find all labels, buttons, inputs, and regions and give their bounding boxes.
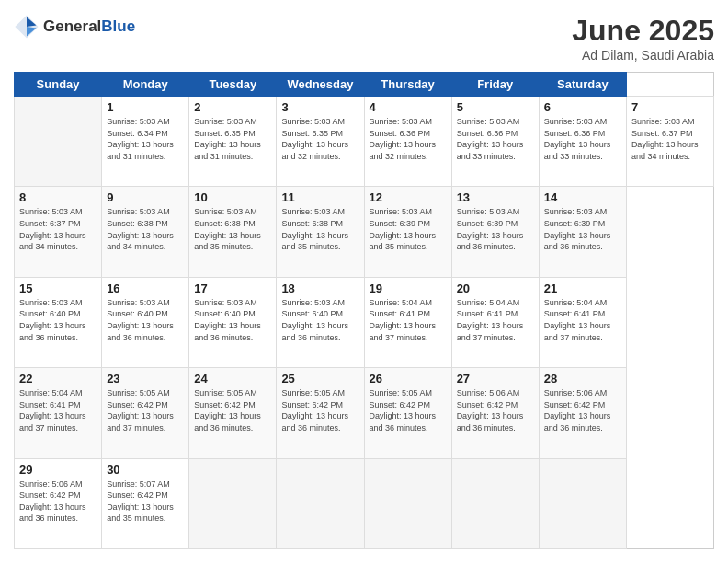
calendar-cell: 4Sunrise: 5:03 AM Sunset: 6:36 PM Daylig… — [364, 97, 451, 187]
calendar-cell: 9Sunrise: 5:03 AM Sunset: 6:38 PM Daylig… — [102, 187, 189, 277]
calendar-cell: 23Sunrise: 5:05 AM Sunset: 6:42 PM Dayli… — [102, 368, 189, 458]
title-section: June 2025 Ad Dilam, Saudi Arabia — [572, 14, 714, 63]
day-number: 24 — [194, 372, 271, 385]
calendar-cell — [189, 458, 277, 548]
day-info: Sunrise: 5:03 AM Sunset: 6:37 PM Dayligh… — [19, 206, 97, 252]
day-info: Sunrise: 5:03 AM Sunset: 6:39 PM Dayligh… — [370, 206, 447, 252]
day-info: Sunrise: 5:03 AM Sunset: 6:39 PM Dayligh… — [544, 206, 621, 252]
day-info: Sunrise: 5:03 AM Sunset: 6:40 PM Dayligh… — [19, 297, 97, 343]
calendar-cell: 11Sunrise: 5:03 AM Sunset: 6:38 PM Dayli… — [277, 187, 364, 277]
day-info: Sunrise: 5:03 AM Sunset: 6:35 PM Dayligh… — [281, 116, 358, 162]
logo-icon — [14, 14, 40, 40]
calendar-cell: 21Sunrise: 5:04 AM Sunset: 6:41 PM Dayli… — [539, 277, 626, 367]
logo: GeneralBlue — [14, 14, 135, 40]
svg-marker-2 — [27, 27, 37, 37]
day-number: 23 — [107, 372, 184, 385]
day-number: 30 — [107, 463, 184, 477]
day-number: 7 — [631, 100, 709, 114]
day-info: Sunrise: 5:03 AM Sunset: 6:37 PM Dayligh… — [631, 116, 709, 162]
day-number: 2 — [194, 100, 271, 114]
calendar-cell: 30Sunrise: 5:07 AM Sunset: 6:42 PM Dayli… — [102, 458, 189, 548]
day-number: 22 — [19, 372, 97, 385]
calendar-week-4: 22Sunrise: 5:04 AM Sunset: 6:41 PM Dayli… — [15, 368, 714, 458]
day-number: 12 — [370, 190, 447, 204]
day-number: 20 — [457, 282, 534, 295]
calendar-week-3: 15Sunrise: 5:03 AM Sunset: 6:40 PM Dayli… — [15, 277, 714, 367]
day-number: 13 — [457, 190, 534, 204]
col-header-monday: Monday — [102, 73, 189, 97]
calendar-cell: 15Sunrise: 5:03 AM Sunset: 6:40 PM Dayli… — [15, 277, 102, 367]
day-number: 9 — [107, 190, 184, 204]
day-number: 5 — [457, 100, 534, 114]
day-info: Sunrise: 5:03 AM Sunset: 6:36 PM Dayligh… — [457, 116, 534, 162]
calendar-week-1: 1Sunrise: 5:03 AM Sunset: 6:34 PM Daylig… — [15, 97, 714, 187]
day-number: 28 — [544, 372, 621, 385]
calendar-header-row: SundayMondayTuesdayWednesdayThursdayFrid… — [15, 73, 714, 97]
calendar-cell: 6Sunrise: 5:03 AM Sunset: 6:36 PM Daylig… — [539, 97, 626, 187]
day-number: 25 — [281, 372, 358, 385]
day-info: Sunrise: 5:06 AM Sunset: 6:42 PM Dayligh… — [544, 387, 621, 433]
day-info: Sunrise: 5:03 AM Sunset: 6:36 PM Dayligh… — [544, 116, 621, 162]
calendar-week-5: 29Sunrise: 5:06 AM Sunset: 6:42 PM Dayli… — [15, 458, 714, 548]
day-number: 4 — [370, 100, 447, 114]
day-info: Sunrise: 5:05 AM Sunset: 6:42 PM Dayligh… — [281, 387, 358, 433]
main-title: June 2025 — [572, 14, 714, 48]
day-info: Sunrise: 5:04 AM Sunset: 6:41 PM Dayligh… — [370, 297, 447, 343]
day-number: 14 — [544, 190, 621, 204]
calendar-cell: 20Sunrise: 5:04 AM Sunset: 6:41 PM Dayli… — [451, 277, 539, 367]
calendar-cell: 22Sunrise: 5:04 AM Sunset: 6:41 PM Dayli… — [15, 368, 102, 458]
day-number: 27 — [457, 372, 534, 385]
calendar-cell — [451, 458, 539, 548]
day-number: 21 — [544, 282, 621, 295]
calendar: SundayMondayTuesdayWednesdayThursdayFrid… — [14, 72, 714, 549]
day-number: 6 — [544, 100, 621, 114]
header: GeneralBlue June 2025 Ad Dilam, Saudi Ar… — [14, 14, 714, 63]
col-header-thursday: Thursday — [364, 73, 451, 97]
day-info: Sunrise: 5:05 AM Sunset: 6:42 PM Dayligh… — [107, 387, 184, 433]
calendar-cell: 5Sunrise: 5:03 AM Sunset: 6:36 PM Daylig… — [451, 97, 539, 187]
calendar-cell: 17Sunrise: 5:03 AM Sunset: 6:40 PM Dayli… — [189, 277, 277, 367]
calendar-cell: 27Sunrise: 5:06 AM Sunset: 6:42 PM Dayli… — [451, 368, 539, 458]
day-info: Sunrise: 5:03 AM Sunset: 6:36 PM Dayligh… — [370, 116, 447, 162]
day-info: Sunrise: 5:03 AM Sunset: 6:39 PM Dayligh… — [457, 206, 534, 252]
day-number: 16 — [107, 282, 184, 295]
calendar-cell: 1Sunrise: 5:03 AM Sunset: 6:34 PM Daylig… — [102, 97, 189, 187]
calendar-cell: 19Sunrise: 5:04 AM Sunset: 6:41 PM Dayli… — [364, 277, 451, 367]
day-number: 18 — [281, 282, 358, 295]
col-header-friday: Friday — [451, 73, 539, 97]
day-info: Sunrise: 5:07 AM Sunset: 6:42 PM Dayligh… — [107, 478, 184, 524]
col-header-sunday: Sunday — [15, 73, 102, 97]
day-number: 19 — [370, 282, 447, 295]
day-number: 26 — [370, 372, 447, 385]
day-number: 3 — [281, 100, 358, 114]
day-info: Sunrise: 5:03 AM Sunset: 6:40 PM Dayligh… — [107, 297, 184, 343]
day-info: Sunrise: 5:04 AM Sunset: 6:41 PM Dayligh… — [457, 297, 534, 343]
calendar-cell: 24Sunrise: 5:05 AM Sunset: 6:42 PM Dayli… — [189, 368, 277, 458]
day-number: 10 — [194, 190, 271, 204]
calendar-cell: 25Sunrise: 5:05 AM Sunset: 6:42 PM Dayli… — [277, 368, 364, 458]
day-info: Sunrise: 5:06 AM Sunset: 6:42 PM Dayligh… — [19, 478, 97, 524]
day-number: 29 — [19, 463, 97, 477]
col-header-tuesday: Tuesday — [189, 73, 277, 97]
day-number: 1 — [107, 100, 184, 114]
calendar-cell — [539, 458, 626, 548]
svg-marker-1 — [27, 17, 37, 28]
calendar-cell: 3Sunrise: 5:03 AM Sunset: 6:35 PM Daylig… — [277, 97, 364, 187]
day-info: Sunrise: 5:04 AM Sunset: 6:41 PM Dayligh… — [19, 387, 97, 433]
day-info: Sunrise: 5:03 AM Sunset: 6:38 PM Dayligh… — [281, 206, 358, 252]
calendar-week-2: 8Sunrise: 5:03 AM Sunset: 6:37 PM Daylig… — [15, 187, 714, 277]
calendar-cell: 28Sunrise: 5:06 AM Sunset: 6:42 PM Dayli… — [539, 368, 626, 458]
day-number: 11 — [281, 190, 358, 204]
calendar-cell: 2Sunrise: 5:03 AM Sunset: 6:35 PM Daylig… — [189, 97, 277, 187]
day-info: Sunrise: 5:03 AM Sunset: 6:38 PM Dayligh… — [107, 206, 184, 252]
col-header-wednesday: Wednesday — [277, 73, 364, 97]
calendar-cell: 7Sunrise: 5:03 AM Sunset: 6:37 PM Daylig… — [626, 97, 713, 187]
calendar-cell — [15, 97, 102, 187]
calendar-cell: 12Sunrise: 5:03 AM Sunset: 6:39 PM Dayli… — [364, 187, 451, 277]
calendar-cell — [277, 458, 364, 548]
calendar-cell: 18Sunrise: 5:03 AM Sunset: 6:40 PM Dayli… — [277, 277, 364, 367]
day-number: 8 — [19, 190, 97, 204]
calendar-cell: 14Sunrise: 5:03 AM Sunset: 6:39 PM Dayli… — [539, 187, 626, 277]
logo-text: GeneralBlue — [43, 17, 135, 36]
calendar-cell: 26Sunrise: 5:05 AM Sunset: 6:42 PM Dayli… — [364, 368, 451, 458]
